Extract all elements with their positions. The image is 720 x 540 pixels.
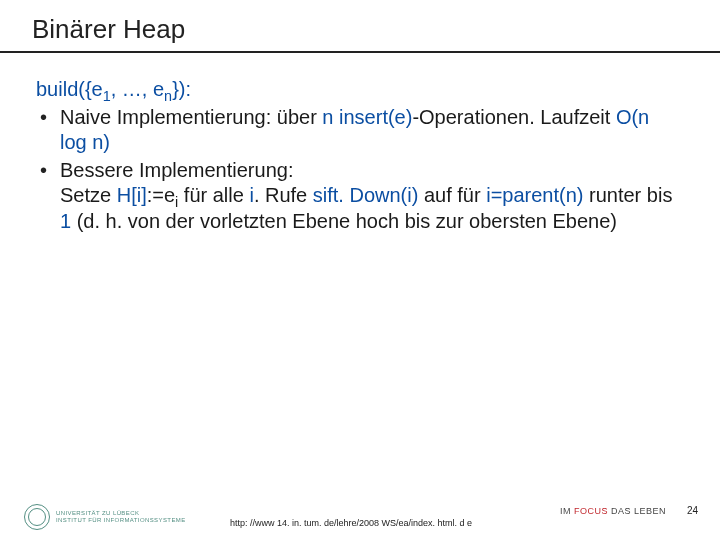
footer: UNIVERSITÄT ZU LÜBECK INSTITUT FÜR INFOR…: [0, 490, 720, 530]
motto: IM FOCUS DAS LEBEN: [560, 506, 666, 516]
b1-post1: -Operationen. Laufzeit: [412, 106, 615, 128]
bullet-list: Naive Implementierung: über n insert(e)-…: [36, 105, 676, 235]
b2-assign: :=e: [147, 184, 175, 206]
b2-l3a: runter bis: [583, 184, 672, 206]
b2-ip: i=parent(n): [486, 184, 583, 206]
seal-icon: [24, 504, 50, 530]
uni-text-block: UNIVERSITÄT ZU LÜBECK INSTITUT FÜR INFOR…: [56, 510, 186, 523]
b2-one: 1: [60, 210, 71, 232]
procedure-signature: build({e1, …, en}):: [36, 77, 676, 103]
b2-l1: Bessere Implementierung:: [60, 159, 293, 181]
b2-l2b: für alle: [178, 184, 249, 206]
uni-line1: UNIVERSITÄT ZU LÜBECK: [56, 510, 186, 517]
bullet-1: Naive Implementierung: über n insert(e)-…: [36, 105, 676, 156]
proc-sub-1: 1: [103, 88, 111, 104]
slide-title: Binärer Heap: [32, 14, 720, 45]
b2-l2c: . Rufe: [254, 184, 313, 206]
motto-pre: IM: [560, 506, 574, 516]
bullet-2: Bessere Implementierung: Setze H[i]:=ei …: [36, 158, 676, 235]
b2-l2d: auf für: [418, 184, 486, 206]
source-url: http: //www 14. in. tum. de/lehre/2008 W…: [230, 518, 490, 528]
b2-l3b: (d. h. von der vorletzten Ebene hoch bis…: [71, 210, 617, 232]
b1-pre: Naive Implementierung: über: [60, 106, 322, 128]
proc-sub-n: n: [164, 88, 172, 104]
slide: Binärer Heap build({e1, …, en}): Naive I…: [0, 0, 720, 540]
b2-l2a: Setze: [60, 184, 117, 206]
b1-n: n: [322, 106, 333, 128]
b1-insert: insert(e): [339, 106, 412, 128]
proc-arg-mid: , …, e: [111, 78, 164, 100]
content-area: build({e1, …, en}): Naive Implementierun…: [0, 53, 720, 235]
b2-H: H[i]: [117, 184, 147, 206]
b2-sift: sift. Down(i): [313, 184, 419, 206]
motto-post: DAS LEBEN: [608, 506, 666, 516]
university-logo: UNIVERSITÄT ZU LÜBECK INSTITUT FÜR INFOR…: [24, 504, 186, 530]
proc-name: build: [36, 78, 78, 100]
uni-line2: INSTITUT FÜR INFORMATIONSSYSTEME: [56, 517, 186, 524]
page-number: 24: [687, 505, 698, 516]
motto-red: FOCUS: [574, 506, 608, 516]
proc-arg-open: ({e: [78, 78, 102, 100]
title-block: Binärer Heap: [0, 0, 720, 53]
proc-arg-close: }):: [172, 78, 191, 100]
